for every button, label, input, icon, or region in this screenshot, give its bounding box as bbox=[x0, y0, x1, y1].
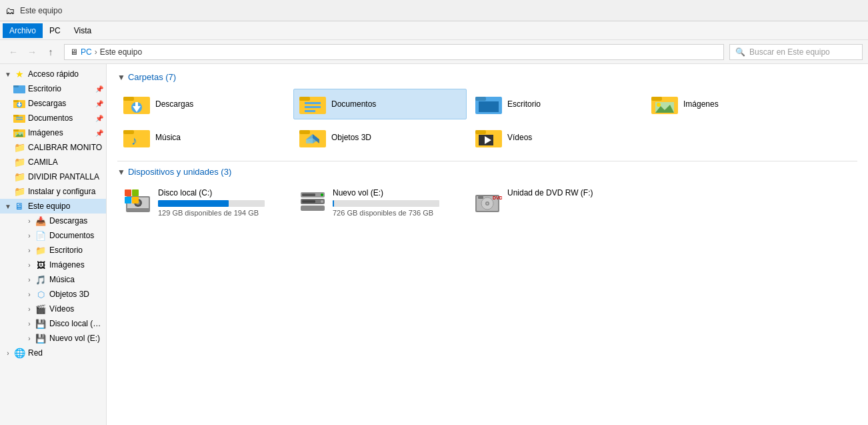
drives-section-header[interactable]: ▼ Dispositivos y unidades (3) bbox=[117, 167, 857, 177]
label-child-docs: Documentos bbox=[49, 231, 103, 240]
svg-rect-68 bbox=[478, 196, 483, 199]
drive-dvd-name: Unidad de DVD RW (F:) bbox=[507, 188, 593, 197]
svg-point-15 bbox=[17, 133, 19, 135]
folder-name-documentos: Documentos bbox=[331, 99, 376, 109]
svg-rect-60 bbox=[302, 200, 315, 203]
icon-child-musica: 🎵 bbox=[35, 274, 47, 286]
folder-documentos[interactable]: Documentos bbox=[293, 89, 467, 119]
sidebar-label-calibrar: CALIBRAR MONITO bbox=[28, 143, 103, 152]
red-icon: 🌐 bbox=[13, 347, 25, 359]
folder-name-imagenes: Imágenes bbox=[683, 99, 719, 109]
folders-section-header[interactable]: ▼ Carpetas (7) bbox=[117, 72, 857, 82]
nav-back-button[interactable]: ← bbox=[5, 44, 21, 60]
titlebar: 🗂 Este equipo bbox=[0, 0, 868, 21]
svg-rect-20 bbox=[135, 102, 138, 107]
sidebar-this-pc[interactable]: ▼ 🖥 Este equipo bbox=[0, 199, 106, 214]
icon-child-escritorio: 📁 bbox=[35, 244, 47, 256]
folder-musica[interactable]: ♪ Música bbox=[117, 122, 291, 153]
folder-name-objetos3d: Objetos 3D bbox=[331, 133, 371, 142]
svg-rect-17 bbox=[123, 97, 134, 101]
sidebar-label-instalar: Instalar y configura bbox=[28, 187, 103, 196]
sidebar-item-calibrar[interactable]: 📁 CALIBRAR MONITO bbox=[0, 140, 106, 155]
sidebar-item-imagenes[interactable]: Imágenes 📌 bbox=[0, 125, 106, 140]
sidebar-child-escritorio[interactable]: › 📁 Escritorio bbox=[0, 243, 106, 258]
folder-documentos-icon-wrap bbox=[299, 92, 326, 116]
folder-objetos3d-icon-wrap bbox=[299, 125, 326, 149]
chevron-child-objetos3d: › bbox=[24, 291, 35, 298]
chevron-folders: ▼ bbox=[117, 73, 125, 82]
nav-up-button[interactable]: ↑ bbox=[43, 44, 59, 60]
folder-camila-icon: 📁 bbox=[13, 156, 25, 168]
svg-rect-52 bbox=[125, 189, 131, 196]
drive-e-details: 726 GB disponibles de 736 GB bbox=[333, 209, 439, 217]
drive-c[interactable]: Disco local (C:) 129 GB disponibles de 1… bbox=[117, 183, 284, 222]
icon-child-objetos3d: ⬡ bbox=[35, 288, 47, 300]
label-child-diskc: Disco local (C:) bbox=[49, 319, 103, 328]
svg-text:♪: ♪ bbox=[131, 134, 137, 147]
svg-rect-3 bbox=[13, 100, 19, 102]
search-box[interactable]: 🔍 Buscar en Este equipo bbox=[729, 44, 863, 60]
sidebar-child-documentos[interactable]: › 📄 Documentos bbox=[0, 228, 106, 243]
svg-rect-22 bbox=[299, 97, 310, 101]
drive-e-name: Nuevo vol (E:) bbox=[333, 188, 439, 197]
sidebar-child-diske[interactable]: › 💾 Nuevo vol (E:) bbox=[0, 331, 106, 346]
chevron-quick-access: ▼ bbox=[3, 71, 13, 78]
sidebar-item-documentos[interactable]: Documentos 📌 bbox=[0, 111, 106, 125]
folder-descargas-icon-wrap bbox=[123, 92, 150, 116]
icon-child-imagenes: 🖼 bbox=[35, 259, 47, 271]
folders-grid: Descargas Documentos bbox=[117, 89, 857, 153]
sidebar-label-imagenes: Imágenes bbox=[28, 128, 95, 137]
sidebar-child-imagenes[interactable]: › 🖼 Imágenes bbox=[0, 258, 106, 272]
quick-access-label: Acceso rápido bbox=[28, 69, 103, 79]
folder-calibrar-icon: 📁 bbox=[13, 141, 25, 153]
drive-e[interactable]: Nuevo vol (E:) 726 GB disponibles de 736… bbox=[292, 183, 459, 222]
folder-videos[interactable]: Vídeos bbox=[469, 122, 643, 153]
drive-dvd-icon: DVD bbox=[473, 188, 502, 218]
drive-c-bar-fill bbox=[158, 200, 229, 207]
drive-dvd-info: Unidad de DVD RW (F:) bbox=[507, 188, 593, 200]
folder-imagenes-icon bbox=[13, 127, 25, 139]
menu-archivo[interactable]: Archivo bbox=[3, 23, 43, 38]
sidebar-child-objetos3d[interactable]: › ⬡ Objetos 3D bbox=[0, 287, 106, 302]
sidebar: ▼ ★ Acceso rápido Escritorio 📌 Descargas… bbox=[0, 64, 107, 425]
folder-objetos3d[interactable]: Objetos 3D bbox=[293, 122, 467, 153]
svg-rect-23 bbox=[305, 102, 321, 104]
breadcrumb[interactable]: 🖥 PC › Este equipo bbox=[64, 44, 724, 60]
search-icon: 🔍 bbox=[735, 47, 745, 57]
sidebar-red[interactable]: › 🌐 Red bbox=[0, 346, 106, 360]
sidebar-child-videos[interactable]: › 🎬 Vídeos bbox=[0, 302, 106, 316]
svg-rect-9 bbox=[16, 117, 23, 118]
nav-forward-button[interactable]: → bbox=[24, 44, 40, 60]
titlebar-title: Este equipo bbox=[20, 6, 62, 15]
sidebar-item-escritorio[interactable]: Escritorio 📌 bbox=[0, 81, 106, 96]
folder-name-descargas: Descargas bbox=[155, 99, 193, 109]
folder-imagenes[interactable]: Imágenes bbox=[645, 89, 819, 119]
sidebar-item-camila[interactable]: 📁 CAMILA bbox=[0, 155, 106, 169]
sidebar-quick-access[interactable]: ▼ ★ Acceso rápido bbox=[0, 67, 106, 81]
icon-child-diskc: 💾 bbox=[35, 318, 47, 330]
sidebar-item-dividir[interactable]: 📁 DIVIDIR PANTALLA bbox=[0, 169, 106, 184]
drive-e-bar-bg bbox=[333, 200, 439, 207]
drive-dvd[interactable]: DVD Unidad de DVD RW (F:) bbox=[467, 183, 633, 222]
content-area: ▼ Carpetas (7) Descargas bbox=[107, 64, 868, 425]
sidebar-child-descargas[interactable]: › 📥 Descargas bbox=[0, 214, 106, 228]
quick-access-icon: ★ bbox=[13, 68, 25, 80]
label-child-objetos3d: Objetos 3D bbox=[49, 290, 103, 299]
menu-pc[interactable]: PC bbox=[43, 23, 67, 38]
svg-rect-1 bbox=[13, 85, 19, 87]
sidebar-child-musica[interactable]: › 🎵 Música bbox=[0, 272, 106, 287]
pin-icon-4: 📌 bbox=[95, 129, 103, 137]
sidebar-child-diskc[interactable]: › 💾 Disco local (C:) bbox=[0, 316, 106, 331]
svg-rect-6 bbox=[19, 102, 20, 104]
folder-descargas[interactable]: Descargas bbox=[117, 89, 291, 119]
chevron-child-diske: › bbox=[24, 335, 35, 342]
sidebar-item-instalar[interactable]: 📁 Instalar y configura bbox=[0, 184, 106, 199]
drive-c-bar-bg bbox=[158, 200, 265, 207]
chevron-child-diskc: › bbox=[24, 320, 35, 328]
chevron-child-descargas: › bbox=[24, 218, 35, 225]
folder-escritorio[interactable]: Escritorio bbox=[469, 89, 643, 119]
breadcrumb-prefix: PC bbox=[81, 47, 92, 57]
section-divider bbox=[117, 161, 857, 161]
sidebar-item-descargas[interactable]: Descargas 📌 bbox=[0, 96, 106, 111]
menu-vista[interactable]: Vista bbox=[67, 23, 98, 38]
